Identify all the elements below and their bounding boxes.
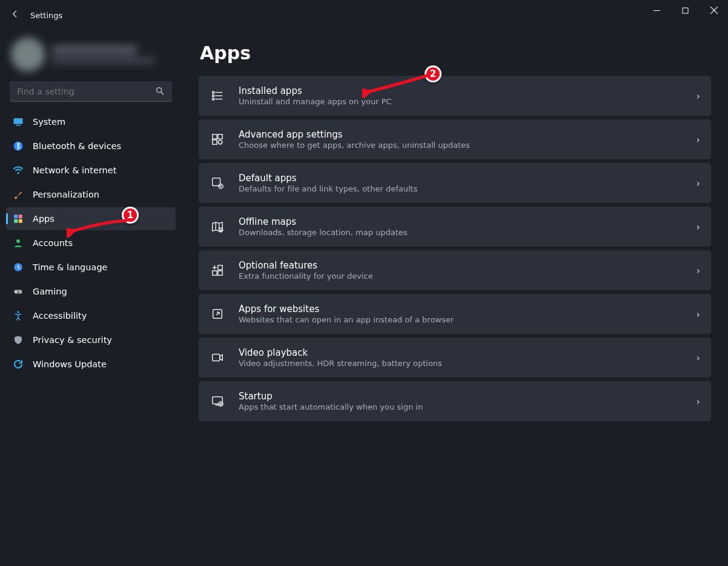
svg-rect-34: [213, 271, 217, 275]
map-icon: [210, 220, 225, 233]
wifi-icon: [12, 164, 24, 176]
chevron-right-icon: ›: [697, 352, 700, 364]
external-link-icon: [210, 307, 225, 321]
nav-list: System Bluetooth & devices Network & int…: [6, 110, 176, 376]
user-profile[interactable]: [6, 30, 176, 79]
close-button[interactable]: [700, 0, 728, 21]
settings-list: Installed appsUninstall and manage apps …: [199, 76, 711, 421]
svg-rect-24: [213, 95, 214, 97]
chevron-right-icon: ›: [697, 134, 700, 145]
sidebar-item-label: Accounts: [33, 238, 73, 248]
svg-point-14: [16, 239, 20, 243]
card-title: Startup: [239, 391, 683, 402]
card-subtitle: Downloads, storage location, map updates: [239, 228, 683, 237]
card-subtitle: Defaults for file and link types, other …: [239, 184, 683, 193]
svg-rect-25: [213, 98, 214, 100]
svg-point-19: [17, 311, 19, 313]
maximize-button[interactable]: [671, 0, 700, 21]
system-icon: [12, 116, 24, 128]
back-button[interactable]: [0, 9, 30, 21]
sidebar-item-accounts[interactable]: Accounts: [6, 231, 176, 255]
chevron-right-icon: ›: [697, 90, 700, 102]
gamepad-icon: [12, 285, 24, 298]
svg-point-18: [21, 292, 22, 293]
main-content: Apps Installed appsUninstall and manage …: [182, 30, 728, 566]
card-default-apps[interactable]: Default appsDefaults for file and link t…: [199, 163, 711, 203]
startup-icon: [210, 395, 225, 408]
plus-grid-icon: [210, 264, 225, 277]
chevron-right-icon: ›: [697, 221, 700, 233]
sidebar-item-label: Privacy & security: [33, 335, 112, 345]
chevron-right-icon: ›: [697, 308, 700, 320]
card-offline-maps[interactable]: Offline mapsDownloads, storage location,…: [199, 207, 711, 247]
chevron-right-icon: ›: [697, 396, 700, 407]
card-subtitle: Apps that start automatically when you s…: [239, 402, 683, 411]
sidebar-item-label: Gaming: [33, 287, 67, 296]
svg-point-17: [19, 290, 21, 291]
card-video-playback[interactable]: Video playbackVideo adjustments, HDR str…: [199, 338, 711, 378]
card-installed-apps[interactable]: Installed appsUninstall and manage apps …: [199, 76, 711, 116]
card-subtitle: Video adjustments, HDR streaming, batter…: [239, 359, 683, 368]
minimize-button[interactable]: [643, 0, 671, 21]
sidebar-item-update[interactable]: Windows Update: [6, 353, 176, 376]
svg-rect-12: [14, 219, 18, 223]
update-icon: [12, 358, 24, 370]
search-icon: [155, 86, 165, 98]
svg-rect-6: [14, 118, 23, 124]
card-subtitle: Uninstall and manage apps on your PC: [239, 97, 683, 106]
sidebar-item-personalization[interactable]: Personalization: [6, 183, 176, 206]
sidebar-item-apps[interactable]: Apps: [6, 207, 176, 230]
sidebar-item-accessibility[interactable]: Accessibility: [6, 304, 176, 327]
sidebar-item-label: Personalization: [33, 190, 99, 199]
svg-point-4: [157, 88, 162, 93]
accessibility-icon: [12, 310, 24, 322]
sidebar-item-bluetooth[interactable]: Bluetooth & devices: [6, 135, 176, 158]
default-apps-icon: [210, 176, 225, 190]
card-title: Video playback: [239, 347, 683, 358]
chevron-right-icon: ›: [697, 265, 700, 276]
svg-rect-35: [218, 271, 222, 275]
card-title: Apps for websites: [239, 304, 683, 315]
page-title: Apps: [200, 42, 711, 64]
avatar: [11, 38, 45, 72]
sidebar-item-label: Apps: [33, 214, 55, 224]
shield-icon: [12, 334, 24, 346]
svg-rect-11: [19, 215, 22, 218]
video-icon: [210, 351, 225, 364]
sidebar-item-label: Time & language: [33, 262, 108, 272]
window-title: Settings: [30, 11, 62, 20]
brush-icon: [12, 188, 24, 201]
card-optional-features[interactable]: Optional featuresExtra functionality for…: [199, 250, 711, 290]
sidebar-item-gaming[interactable]: Gaming: [6, 280, 176, 303]
search-input[interactable]: [10, 81, 172, 101]
svg-rect-1: [683, 8, 688, 13]
card-title: Offline maps: [239, 216, 683, 227]
person-icon: [12, 237, 24, 249]
svg-rect-28: [213, 140, 217, 144]
svg-rect-37: [213, 355, 220, 361]
search-box[interactable]: [10, 81, 172, 102]
svg-rect-27: [218, 135, 222, 139]
card-startup[interactable]: StartupApps that start automatically whe…: [199, 381, 711, 421]
card-apps-for-websites[interactable]: Apps for websitesWebsites that can open …: [199, 294, 711, 334]
card-title: Default apps: [239, 173, 683, 184]
sidebar-item-label: Windows Update: [33, 359, 107, 369]
chevron-right-icon: ›: [697, 178, 700, 189]
sidebar-item-system[interactable]: System: [6, 110, 176, 133]
bluetooth-icon: [12, 140, 24, 152]
card-title: Advanced app settings: [239, 129, 683, 140]
sidebar-item-network[interactable]: Network & internet: [6, 159, 176, 182]
svg-rect-10: [14, 215, 18, 218]
card-subtitle: Websites that can open in an app instead…: [239, 315, 683, 324]
sidebar-item-label: Accessibility: [33, 311, 87, 321]
sidebar-item-time[interactable]: Time & language: [6, 256, 176, 279]
window-controls: [643, 0, 728, 21]
apps-icon: [12, 213, 24, 225]
card-advanced-settings[interactable]: Advanced app settingsChoose where to get…: [199, 119, 711, 159]
sidebar-item-privacy[interactable]: Privacy & security: [6, 328, 176, 351]
sidebar-item-label: Bluetooth & devices: [33, 141, 121, 151]
svg-rect-33: [218, 265, 222, 270]
sidebar-item-label: System: [33, 117, 65, 127]
gear-grid-icon: [210, 133, 225, 146]
card-title: Optional features: [239, 260, 683, 271]
